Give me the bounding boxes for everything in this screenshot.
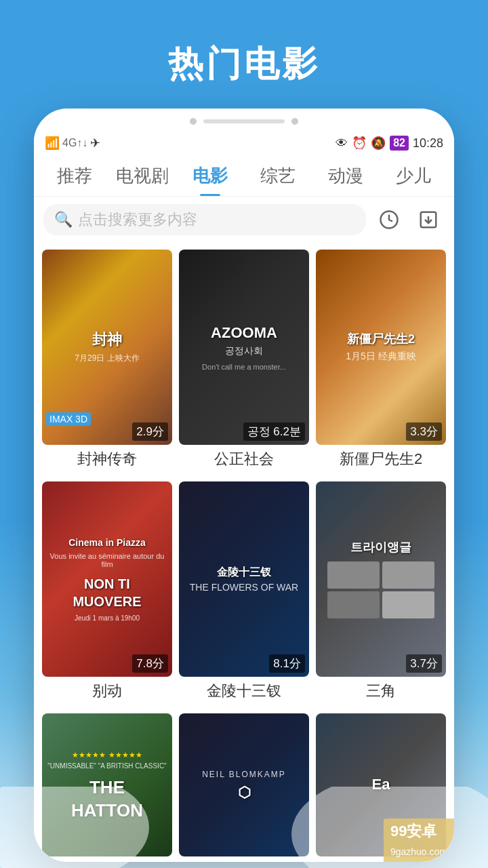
movie-score-3: 3.3分 — [406, 422, 442, 441]
page-background: 热门电影 📶 4G↑↓ ✈ 👁 ⏰ 🔕 82 10:28 推荐 — [0, 0, 488, 868]
phone-shell: 📶 4G↑↓ ✈ 👁 ⏰ 🔕 82 10:28 推荐 电视剧 电影 综艺 动漫 … — [34, 108, 454, 862]
airplane-icon: ✈ — [90, 136, 100, 151]
search-icon: 🔍 — [54, 211, 73, 229]
status-bar-right: 👁 ⏰ 🔕 82 10:28 — [336, 136, 443, 151]
tab-tv[interactable]: 电视剧 — [108, 155, 176, 196]
tab-variety[interactable]: 综艺 — [244, 155, 312, 196]
search-bar-row: 🔍 点击搜索更多内容 — [34, 197, 454, 243]
movie-score-5: 8.1分 — [269, 654, 305, 673]
movie-poster-4: Cinema in Piazza Vous invite au séminair… — [42, 481, 172, 677]
movie-grid-row1: 封神 7月29日 上映大作 IMAX 3D 2.9分 封神传奇 AZOOMA 공… — [42, 250, 446, 472]
movie-poster-8: NEIL BLOMKAMP ⬡ — [179, 713, 309, 856]
movie-item-blomkamp[interactable]: NEIL BLOMKAMP ⬡ — [179, 713, 309, 856]
poster-text-5: 金陵十三钗 THE FLOWERS OF WAR — [179, 481, 309, 677]
watermark: 99安卓 9gazhuo.com — [384, 818, 454, 862]
movie-poster-zombie: 新僵尸先生2 1月5日 经典重映 3.3分 — [316, 250, 446, 445]
phone-dot-left — [190, 118, 197, 125]
watermark-area: 99安卓 9gazhuo.com — [34, 856, 454, 862]
movie-item-hatton[interactable]: ★★★★★ ★★★★★ "UNMISSABLE" "A BRITISH CLAS… — [42, 713, 172, 856]
movie-grid-row2: Cinema in Piazza Vous invite au séminair… — [42, 481, 446, 704]
status-bar: 📶 4G↑↓ ✈ 👁 ⏰ 🔕 82 10:28 — [34, 132, 454, 155]
movie-item-fengshen[interactable]: 封神 7月29日 上映大作 IMAX 3D 2.9分 封神传奇 — [42, 250, 172, 472]
bell-icon: 🔕 — [371, 136, 386, 151]
movie-item-nontimuovere[interactable]: Cinema in Piazza Vous invite au séminair… — [42, 481, 172, 704]
eye-icon: 👁 — [336, 136, 348, 151]
poster-text-7: ★★★★★ ★★★★★ "UNMISSABLE" "A BRITISH CLAS… — [42, 713, 172, 856]
movie-score-1: 2.9分 — [132, 422, 168, 441]
battery-indicator: 82 — [390, 136, 409, 151]
tab-recommend[interactable]: 推荐 — [41, 155, 108, 196]
imax-tag: IMAX 3D — [46, 412, 91, 426]
tab-movie[interactable]: 电影 — [176, 155, 244, 196]
signal-icon-2: 4G↑↓ — [62, 137, 87, 149]
movie-score-6: 3.7分 — [406, 654, 442, 673]
phone-top-bar — [34, 108, 454, 132]
movie-poster-6: 트라이앵글 3.7分 — [316, 481, 446, 677]
tab-anime[interactable]: 动漫 — [312, 155, 380, 196]
movie-item-zombie[interactable]: 新僵尸先生2 1月5日 经典重映 3.3分 新僵尸先生2 — [316, 250, 446, 472]
nav-tabs: 推荐 电视剧 电影 综艺 动漫 少儿 — [34, 155, 454, 197]
movie-grid-section: 封神 7月29日 上映大作 IMAX 3D 2.9分 封神传奇 AZOOMA 공… — [34, 243, 454, 856]
movie-poster-fengshen: 封神 7月29日 上映大作 IMAX 3D 2.9分 — [42, 250, 172, 445]
poster-text-4: Cinema in Piazza Vous invite au séminair… — [42, 481, 172, 677]
download-button[interactable] — [412, 203, 445, 236]
movie-title-4: 别动 — [42, 677, 172, 704]
poster-text-8: NEIL BLOMKAMP ⬡ — [179, 713, 309, 856]
alarm-icon: ⏰ — [352, 136, 367, 151]
status-bar-left: 📶 4G↑↓ ✈ — [45, 136, 100, 151]
page-title: 热门电影 — [168, 41, 320, 88]
poster-text-6: 트라이앵글 — [316, 481, 446, 677]
movie-title-5: 金陵十三钗 — [179, 677, 309, 704]
movie-score-2: 공정 6.2분 — [243, 422, 305, 441]
movie-poster-azooma: AZOOMA 공정사회 Don't call me a monster... 공… — [179, 250, 309, 445]
movie-poster-7: ★★★★★ ★★★★★ "UNMISSABLE" "A BRITISH CLAS… — [42, 713, 172, 856]
phone-dot-right — [291, 118, 298, 125]
movie-item-flowers-of-war[interactable]: 金陵十三钗 THE FLOWERS OF WAR 8.1分 金陵十三钗 — [179, 481, 309, 704]
movie-item-triangle[interactable]: 트라이앵글 3.7分 三角 — [316, 481, 446, 704]
phone-notch — [203, 119, 285, 123]
movie-item-azooma[interactable]: AZOOMA 공정사회 Don't call me a monster... 공… — [179, 250, 309, 472]
movie-title-3: 新僵尸先生2 — [316, 445, 446, 472]
movie-poster-5: 金陵十三钗 THE FLOWERS OF WAR 8.1分 — [179, 481, 309, 677]
tab-kids[interactable]: 少儿 — [380, 155, 447, 196]
movie-title-1: 封神传奇 — [42, 445, 172, 472]
poster-text-2: AZOOMA 공정사회 Don't call me a monster... — [179, 250, 309, 445]
history-button[interactable] — [373, 203, 405, 236]
time-display: 10:28 — [413, 136, 443, 151]
movie-title-2: 公正社会 — [179, 445, 309, 472]
movie-score-4: 7.8分 — [132, 654, 168, 673]
poster-text-3: 新僵尸先生2 1月5日 经典重映 — [316, 250, 446, 445]
search-input-wrap[interactable]: 🔍 点击搜索更多内容 — [43, 204, 366, 235]
search-placeholder: 点击搜索更多内容 — [78, 210, 197, 230]
movie-title-6: 三角 — [316, 677, 446, 704]
signal-icon-1: 📶 — [45, 136, 60, 151]
